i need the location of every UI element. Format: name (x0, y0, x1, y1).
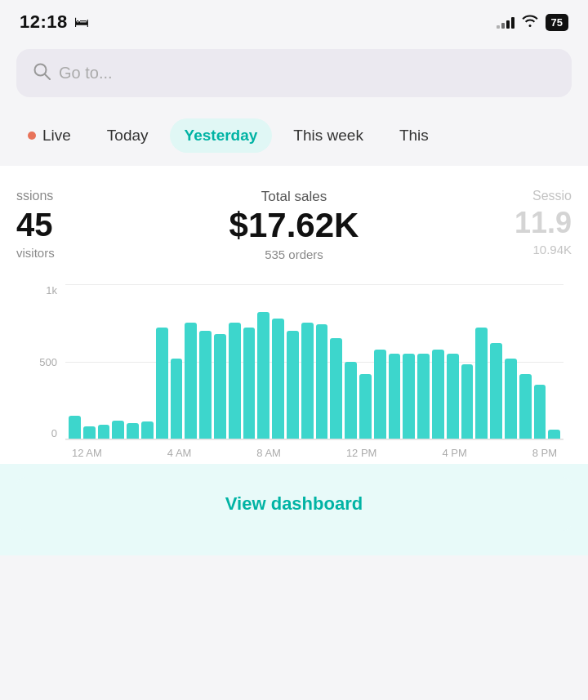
total-sales-label: Total sales (202, 189, 387, 205)
chart-bar (112, 421, 124, 439)
chart-bar (389, 354, 401, 439)
total-sales-sublabel: 535 orders (202, 247, 387, 261)
total-sales-stat: Total sales $17.62K 535 orders (202, 182, 387, 268)
view-dashboard-button[interactable]: View dashboard (16, 477, 572, 531)
chart-bar (548, 430, 560, 439)
chart-bar (287, 331, 299, 439)
chart-bar (345, 362, 357, 439)
session-rate-label: Sessio (386, 189, 572, 203)
search-container: Go to... (0, 41, 588, 112)
tab-this-week-label: This week (293, 127, 363, 145)
y-label-1k: 1k (46, 284, 57, 296)
chart-bar (330, 338, 342, 439)
chart-bar (141, 421, 154, 439)
chart-bar (519, 374, 532, 439)
chart-bar (83, 426, 96, 439)
sessions-value: 45 (16, 207, 202, 243)
dashboard-btn-container: View dashboard (0, 464, 588, 555)
sessions-stat: ssions 45 visitors (16, 182, 202, 268)
tab-live[interactable]: Live (13, 118, 86, 153)
bed-icon: 🛏 (74, 14, 89, 31)
chart-bar (475, 328, 488, 439)
tab-yesterday[interactable]: Yesterday (170, 118, 273, 153)
tab-this-month-label: This (399, 127, 429, 145)
chart-wrapper: 1k 500 0 12 AM 4 AM 8 AM 12 PM 4 PM 8 PM (24, 284, 564, 464)
chart-bar (316, 324, 328, 439)
chart-bars (65, 284, 564, 439)
chart-bar (243, 328, 256, 439)
session-rate-value: 11.9 (386, 207, 572, 239)
chart-bar (127, 423, 139, 439)
x-label-8pm: 8 PM (532, 447, 557, 459)
search-placeholder: Go to... (59, 64, 113, 82)
total-sales-value: $17.62K (202, 207, 387, 244)
session-rate-sublabel: 10.94K (386, 243, 572, 256)
chart-bar (185, 323, 197, 439)
x-label-12pm: 12 PM (346, 447, 377, 459)
session-rate-stat: Sessio 11.9 10.94K (386, 182, 572, 268)
stats-grid: ssions 45 visitors Total sales $17.62K 5… (16, 182, 572, 276)
sessions-label: ssions (16, 189, 202, 203)
tab-this-month[interactable]: This (385, 118, 443, 153)
chart-bar (257, 312, 270, 439)
chart-bar (359, 374, 372, 439)
x-axis-labels: 12 AM 4 AM 8 AM 12 PM 4 PM 8 PM (65, 441, 564, 464)
chart-bar (403, 354, 415, 439)
x-label-12am: 12 AM (72, 447, 102, 459)
sessions-sublabel: visitors (16, 246, 202, 260)
tab-today-label: Today (107, 127, 149, 145)
chart-bar (505, 359, 517, 439)
x-label-4am: 4 AM (167, 447, 192, 459)
wifi-icon (521, 14, 539, 31)
y-label-0: 0 (51, 427, 57, 439)
live-dot-icon (28, 132, 36, 140)
battery-indicator: 75 (546, 14, 568, 31)
tab-yesterday-label: Yesterday (185, 127, 258, 145)
y-axis-labels: 1k 500 0 (24, 284, 64, 439)
stats-section: ssions 45 visitors Total sales $17.62K 5… (0, 166, 588, 464)
svg-line-1 (45, 74, 50, 79)
status-time: 12:18 (20, 11, 68, 33)
chart-bar (490, 343, 502, 439)
x-label-4pm: 4 PM (442, 447, 466, 459)
tab-live-label: Live (42, 127, 71, 145)
status-bar: 12:18 🛏 75 (0, 0, 588, 41)
chart-bar (534, 385, 546, 439)
chart-bar (417, 354, 430, 439)
chart-bar (432, 350, 444, 439)
chart-bar (301, 323, 314, 439)
chart-container: 1k 500 0 12 AM 4 AM 8 AM 12 PM 4 PM 8 PM (16, 276, 572, 464)
chart-bar (272, 319, 284, 439)
chart-bar (156, 328, 168, 439)
tab-today[interactable]: Today (92, 118, 163, 153)
chart-bar (447, 354, 459, 439)
status-icons: 75 (497, 14, 568, 31)
search-bar[interactable]: Go to... (16, 49, 572, 97)
y-label-500: 500 (39, 356, 57, 368)
x-label-8am: 8 AM (256, 447, 281, 459)
filter-tabs: Live Today Yesterday This week This (0, 112, 588, 166)
chart-bar (214, 334, 226, 439)
search-icon (33, 62, 51, 84)
signal-icon (497, 16, 514, 29)
chart-bar (98, 425, 110, 439)
chart-bar (461, 364, 474, 439)
tab-this-week[interactable]: This week (278, 118, 378, 153)
chart-bar (199, 331, 212, 439)
chart-bar (69, 416, 81, 439)
chart-bar (171, 359, 183, 439)
chart-bar (229, 323, 241, 439)
chart-bar (374, 350, 386, 439)
